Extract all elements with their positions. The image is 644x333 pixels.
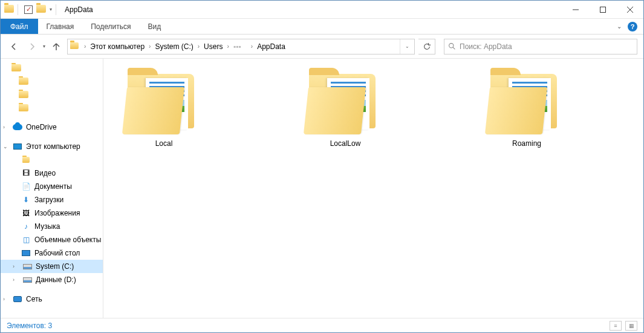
tab-share[interactable]: Поделиться [82, 19, 139, 34]
tree-documents[interactable]: 📄Документы [1, 180, 103, 193]
window-folder-icon [4, 5, 14, 15]
tab-home[interactable]: Главная [38, 19, 83, 34]
separator [56, 4, 56, 15]
tree-system-c[interactable]: ›System (C:) [1, 260, 103, 273]
minimize-button[interactable] [562, 1, 589, 19]
search-icon [448, 42, 456, 50]
tree-subitem[interactable] [1, 153, 103, 166]
folder-local[interactable]: Local [122, 71, 206, 148]
breadcrumb-thispc[interactable]: Этот компьютер [88, 39, 147, 54]
separator [18, 4, 18, 15]
folder-icon [487, 71, 566, 134]
navigation-pane[interactable]: ›OneDrive ⌄Этот компьютер 🎞Видео 📄Докуме… [1, 59, 103, 318]
statusbar: Элементов: 3 ≡ ▦ [1, 318, 643, 332]
breadcrumb-appdata[interactable]: AppData [255, 39, 288, 54]
tree-thispc[interactable]: ⌄Этот компьютер [1, 140, 103, 153]
tree-pictures[interactable]: 🖼Изображения [1, 206, 103, 220]
window-title: AppData [65, 5, 93, 14]
breadcrumb-arrow-icon[interactable]: › [149, 43, 151, 50]
refresh-button[interactable] [418, 39, 435, 54]
window-controls [562, 1, 643, 19]
folder-icon [125, 71, 203, 134]
search-input[interactable]: Поиск: AppData [444, 39, 637, 54]
tree-quickaccess-item[interactable] [1, 101, 103, 114]
maximize-button[interactable] [589, 1, 616, 19]
svg-rect-1 [600, 7, 605, 12]
folder-icon [306, 71, 385, 134]
qat-properties-icon[interactable]: ✓ [24, 5, 33, 14]
folder-label: Roaming [512, 139, 541, 148]
tree-quickaccess-item[interactable] [1, 88, 103, 101]
tree-downloads[interactable]: ⬇Загрузки [1, 193, 103, 206]
ribbon: Файл Главная Поделиться Вид ⌄ ? [1, 19, 643, 35]
view-switcher: ≡ ▦ [610, 321, 637, 331]
tree-3dobjects[interactable]: ◫Объемные объекты [1, 233, 103, 246]
tree-data-d[interactable]: ›Данные (D:) [1, 273, 103, 286]
qat-dropdown-icon[interactable]: ▾ [50, 7, 52, 12]
tree-desktop[interactable]: Рабочий стол [1, 246, 103, 260]
tree-onedrive[interactable]: ›OneDrive [1, 120, 103, 134]
titlebar-left: ✓ ▾ AppData [1, 4, 93, 15]
navigation-bar: ▾ › Этот компьютер › System (C:) › Users… [1, 35, 643, 59]
qat-folder-icon[interactable] [36, 5, 46, 15]
file-tab[interactable]: Файл [1, 19, 38, 34]
help-icon[interactable]: ? [628, 22, 637, 31]
breadcrumb-arrow-icon[interactable]: › [84, 43, 86, 50]
forward-button[interactable] [25, 39, 39, 54]
breadcrumb-user[interactable]: ▪▪▪ [231, 39, 249, 54]
quick-access-toolbar: ✓ ▾ [24, 5, 52, 15]
breadcrumb-drive[interactable]: System (C:) [152, 39, 195, 54]
breadcrumb-arrow-icon[interactable]: › [198, 43, 200, 50]
tree-quickaccess-item[interactable] [1, 61, 103, 74]
tree-music[interactable]: ♪Музыка [1, 220, 103, 233]
tree-network[interactable]: ›Сеть [1, 292, 103, 306]
ribbon-right: ⌄ ? [617, 19, 643, 34]
file-list[interactable]: Local LocalLow Roaming [103, 59, 643, 318]
tree-quickaccess-item[interactable] [1, 74, 103, 88]
body: ›OneDrive ⌄Этот компьютер 🎞Видео 📄Докуме… [1, 59, 643, 318]
view-icons-button[interactable]: ▦ [625, 321, 637, 331]
folder-locallow[interactable]: LocalLow [303, 71, 388, 148]
titlebar: ✓ ▾ AppData [1, 1, 643, 19]
svg-point-4 [449, 44, 454, 48]
address-bar[interactable]: › Этот компьютер › System (C:) › Users ›… [67, 39, 415, 54]
folder-label: LocalLow [330, 139, 361, 148]
status-item-count: Элементов: 3 [7, 321, 52, 330]
svg-line-5 [453, 47, 455, 49]
folder-label: Local [155, 139, 173, 148]
addressbar-dropdown-icon[interactable]: ⌄ [400, 39, 414, 54]
breadcrumb-users[interactable]: Users [201, 39, 225, 54]
folder-roaming[interactable]: Roaming [484, 71, 569, 148]
close-button[interactable] [616, 1, 643, 19]
breadcrumb-arrow-icon[interactable]: › [251, 43, 253, 50]
up-button[interactable] [49, 39, 63, 54]
view-details-button[interactable]: ≡ [610, 321, 622, 331]
addressbar-folder-icon [70, 42, 80, 50]
search-placeholder: Поиск: AppData [460, 42, 512, 51]
ribbon-expand-icon[interactable]: ⌄ [617, 23, 622, 30]
back-button[interactable] [7, 39, 21, 54]
tree-videos[interactable]: 🎞Видео [1, 166, 103, 180]
tab-view[interactable]: Вид [139, 19, 169, 34]
breadcrumb-arrow-icon[interactable]: › [227, 43, 229, 50]
history-dropdown-icon[interactable]: ▾ [43, 44, 45, 49]
